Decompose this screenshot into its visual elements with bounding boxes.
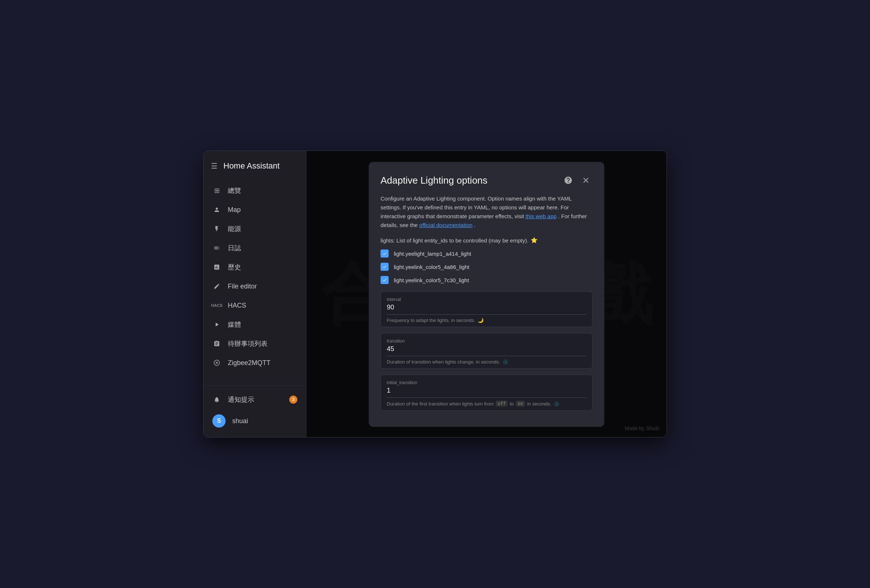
help-button[interactable] — [562, 174, 575, 187]
sidebar-item-zigbee[interactable]: Zigbee2MQTT — [204, 353, 306, 372]
transition-input[interactable] — [387, 345, 586, 353]
sidebar-item-label: 歷史 — [228, 263, 241, 272]
close-button[interactable] — [579, 174, 593, 187]
history-icon — [212, 263, 221, 272]
sidebar-item-history[interactable]: 歷史 — [204, 258, 306, 277]
sidebar-item-label: 日誌 — [228, 244, 241, 252]
dialog-overlay: Adaptive Lighting options Configure an A… — [307, 151, 666, 437]
light-checkbox-3[interactable] — [381, 276, 389, 284]
map-icon — [212, 205, 221, 214]
desc-text-3: . — [474, 222, 475, 228]
star-icon: ⭐ — [531, 237, 538, 244]
transition-field-group: transition Duration of transition when l… — [381, 333, 593, 369]
sidebar-item-media[interactable]: 媒體 — [204, 315, 306, 334]
notification-badge: 3 — [289, 396, 297, 403]
interval-divider — [387, 314, 586, 315]
interval-hint-icon: 🌙 — [478, 317, 484, 323]
hint-code-off: off — [496, 401, 508, 406]
dialog-title: Adaptive Lighting options — [381, 175, 562, 186]
light-checkbox-2[interactable] — [381, 263, 389, 271]
media-icon — [212, 320, 221, 329]
light-label-2: light.yeelink_color5_4a86_light — [394, 264, 469, 270]
sidebar-item-map[interactable]: Map — [204, 200, 306, 219]
sidebar-item-label: 待辦事項列表 — [228, 339, 268, 348]
hacs-icon: HACS — [212, 301, 221, 310]
sidebar-item-label: 通知提示 — [228, 395, 254, 404]
lights-label-text: lights: List of light entity_ids to be c… — [381, 237, 529, 244]
sidebar-nav: ⊞ 總覽 Map 能源 日誌 — [204, 178, 306, 385]
dialog-header-actions — [562, 174, 593, 187]
interval-field-group: interval Frequency to adapt the lights, … — [381, 292, 593, 327]
sidebar-item-label: File editor — [228, 283, 257, 290]
hint-to: to — [510, 401, 514, 406]
interval-hint: Frequency to adapt the lights, in second… — [387, 317, 586, 323]
adaptive-lighting-dialog: Adaptive Lighting options Configure an A… — [369, 162, 604, 427]
sidebar-item-energy[interactable]: 能源 — [204, 219, 306, 238]
zigbee-icon — [212, 359, 221, 367]
hint-in-seconds: in seconds. — [527, 401, 551, 406]
sidebar-item-label: HACS — [228, 302, 246, 310]
initial-transition-field-label: initial_transition — [387, 380, 586, 385]
sidebar: ☰ Home Assistant ⊞ 總覽 Map 能源 — [204, 151, 307, 437]
initial-transition-divider — [387, 397, 586, 398]
app-title: Home Assistant — [223, 161, 280, 171]
initial-transition-hint-text: Duration of the first transition when li… — [387, 401, 493, 406]
sidebar-item-hacs[interactable]: HACS HACS — [204, 296, 306, 315]
light-label-1: light.yeelight_lamp1_a414_light — [394, 250, 471, 257]
transition-divider — [387, 356, 586, 356]
app-window: ☰ Home Assistant ⊞ 總覽 Map 能源 — [203, 150, 667, 438]
lights-section-label: lights: List of light entity_ids to be c… — [381, 237, 593, 244]
overview-icon: ⊞ — [212, 186, 221, 195]
light-item-3: light.yeelink_color5_7c30_light — [381, 276, 593, 284]
transition-hint-text: Duration of transition when lights chang… — [387, 359, 500, 365]
sidebar-item-todo[interactable]: 待辦事項列表 — [204, 334, 306, 353]
file-editor-icon — [212, 282, 221, 291]
initial-transition-hint: Duration of the first transition when li… — [387, 401, 586, 406]
light-item-1: light.yeelight_lamp1_a414_light — [381, 250, 593, 258]
transition-field-label: transition — [387, 338, 586, 344]
sidebar-item-label: 媒體 — [228, 320, 241, 329]
sidebar-item-label: 能源 — [228, 225, 241, 233]
sidebar-item-logs[interactable]: 日誌 — [204, 238, 306, 258]
interval-hint-text: Frequency to adapt the lights, in second… — [387, 317, 475, 323]
main-content: 合學打遊戲 Adaptive Lighting options — [307, 151, 666, 437]
light-item-2: light.yeelink_color5_4a86_light — [381, 263, 593, 271]
initial-transition-input[interactable] — [387, 387, 586, 394]
sidebar-item-label: Map — [228, 206, 241, 214]
interval-field-label: interval — [387, 297, 586, 302]
sidebar-item-file-editor[interactable]: File editor — [204, 277, 306, 296]
sidebar-item-notifications[interactable]: 通知提示 3 — [204, 390, 306, 409]
hint-code-on: on — [516, 401, 525, 406]
sidebar-item-label: 總覽 — [228, 186, 241, 195]
user-avatar: S — [212, 414, 226, 427]
this-web-app-link[interactable]: this web app — [526, 213, 556, 219]
energy-icon — [212, 225, 221, 233]
initial-transition-hint-icon: 🌑 — [554, 401, 559, 406]
sidebar-item-label: shuai — [232, 417, 248, 425]
initial-transition-field-group: initial_transition Duration of the first… — [381, 375, 593, 411]
light-label-3: light.yeelink_color5_7c30_light — [394, 277, 469, 283]
sidebar-header: ☰ Home Assistant — [204, 151, 306, 178]
sidebar-item-user[interactable]: S shuai — [204, 409, 306, 433]
interval-input[interactable] — [387, 304, 586, 311]
todo-icon — [212, 339, 221, 348]
official-documentation-link[interactable]: official documentation — [419, 222, 472, 228]
notification-icon — [212, 395, 221, 404]
menu-icon[interactable]: ☰ — [211, 162, 218, 170]
dialog-header: Adaptive Lighting options — [381, 174, 593, 187]
transition-hint: Duration of transition when lights chang… — [387, 359, 586, 365]
sidebar-bottom: 通知提示 3 S shuai — [204, 385, 306, 437]
sidebar-item-overview[interactable]: ⊞ 總覽 — [204, 181, 306, 200]
logs-icon — [212, 244, 221, 252]
sidebar-item-label: Zigbee2MQTT — [228, 359, 271, 367]
dialog-description: Configure an Adaptive Lighting component… — [381, 194, 593, 229]
light-checkbox-1[interactable] — [381, 250, 389, 258]
transition-hint-icon: 🌑 — [502, 359, 508, 365]
